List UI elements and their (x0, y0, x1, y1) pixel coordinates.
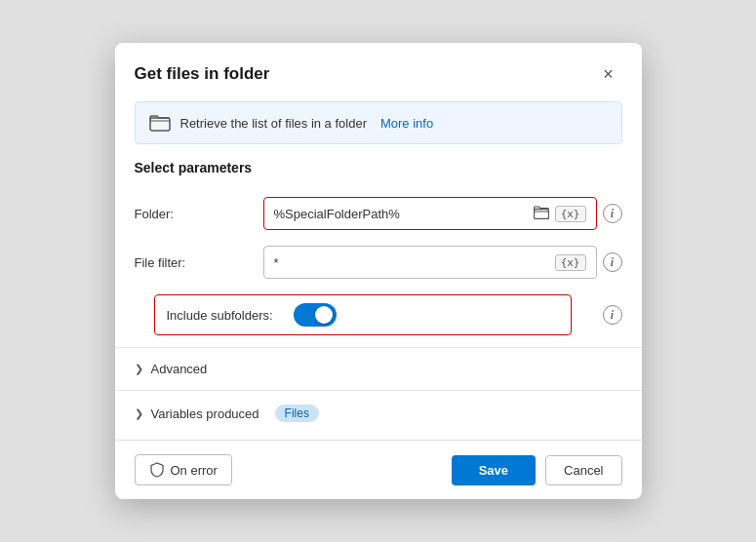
folder-input[interactable] (274, 207, 528, 221)
include-subfolders-toggle[interactable] (294, 303, 337, 327)
file-filter-label: File filter: (135, 255, 252, 270)
folder-info-icon (149, 112, 171, 134)
folder-info-button[interactable]: i (603, 204, 622, 223)
folder-input-wrapper: {x} i (263, 197, 622, 230)
divider-1 (115, 347, 642, 348)
folder-browse-icon[interactable] (534, 206, 549, 222)
variables-label: Variables produced (151, 406, 259, 421)
advanced-label: Advanced (151, 362, 208, 376)
file-filter-input-box: {x} (263, 246, 597, 279)
folder-var-button[interactable]: {x} (555, 206, 586, 222)
dialog-footer: On error Save Cancel (115, 440, 642, 499)
folder-input-box: {x} (263, 197, 597, 230)
variables-badge: Files (275, 405, 319, 422)
subfolder-border-box: Include subfolders: (154, 294, 572, 335)
advanced-section[interactable]: ❯ Advanced (115, 352, 642, 386)
file-filter-row: File filter: {x} i (115, 238, 642, 287)
on-error-label: On error (171, 463, 218, 478)
file-filter-input[interactable] (274, 255, 549, 270)
file-filter-input-wrapper: {x} i (263, 246, 622, 279)
info-banner: Retrieve the list of files in a folder M… (135, 101, 622, 144)
on-error-button[interactable]: On error (135, 454, 232, 485)
advanced-chevron-icon: ❯ (135, 363, 143, 375)
dialog-header: Get files in folder × (115, 43, 642, 101)
get-files-dialog: Get files in folder × Retrieve the list … (115, 43, 642, 499)
variables-produced-section[interactable]: ❯ Variables produced Files (115, 395, 642, 432)
shield-icon (149, 462, 165, 478)
include-subfolders-row: Include subfolders: i (115, 287, 642, 343)
dialog-title: Get files in folder (135, 64, 270, 84)
folder-row: Folder: {x} i (115, 189, 642, 238)
folder-label: Folder: (135, 207, 252, 221)
file-filter-info-button[interactable]: i (603, 252, 622, 272)
cancel-button[interactable]: Cancel (545, 455, 621, 485)
more-info-link[interactable]: More info (380, 116, 433, 131)
include-subfolders-label: Include subfolders: (167, 308, 284, 323)
footer-right: Save Cancel (452, 455, 622, 485)
svg-rect-1 (534, 209, 548, 218)
section-title: Select parameters (115, 160, 642, 189)
subfolders-info-button[interactable]: i (603, 305, 622, 325)
svg-rect-0 (150, 118, 170, 131)
banner-text: Retrieve the list of files in a folder (180, 116, 367, 131)
divider-2 (115, 390, 642, 391)
variables-chevron-icon: ❯ (135, 407, 143, 420)
save-button[interactable]: Save (452, 455, 536, 485)
close-button[interactable]: × (595, 60, 622, 88)
file-filter-var-button[interactable]: {x} (555, 254, 586, 271)
